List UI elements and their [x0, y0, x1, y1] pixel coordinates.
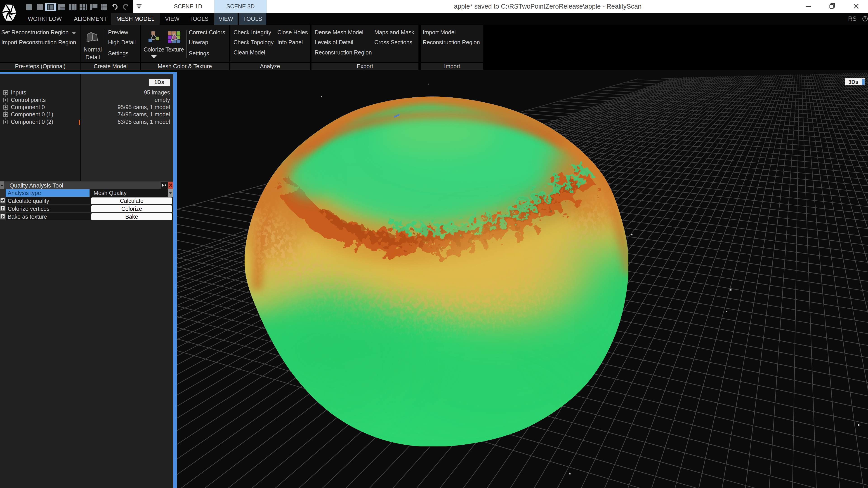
svg-text:?: ?: [864, 17, 866, 21]
